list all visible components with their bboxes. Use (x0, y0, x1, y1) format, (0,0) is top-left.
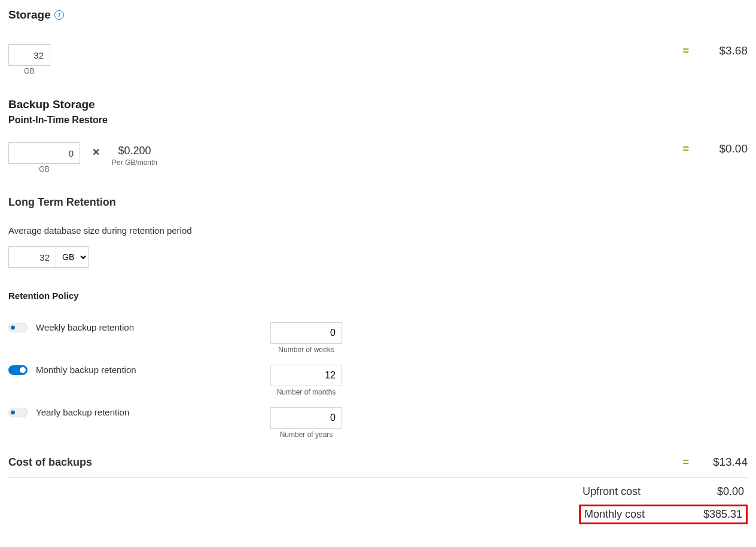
ltr-heading: Long Term Retention (8, 196, 748, 209)
pitr-input-block: GB (8, 142, 80, 173)
divider (8, 477, 748, 478)
weekly-retention-label: Weekly backup retention (36, 322, 134, 332)
equals-sign: = (682, 45, 689, 56)
monthly-retention-caption: Number of months (277, 388, 336, 396)
equals-sign: = (682, 143, 689, 154)
storage-input[interactable] (8, 44, 50, 66)
storage-input-block: GB (8, 44, 50, 75)
avg-db-size-group: GB (8, 246, 89, 268)
retention-policy-heading: Retention Policy (8, 291, 748, 301)
info-icon[interactable]: i (54, 10, 64, 20)
cost-of-backups-value: $13.44 (706, 456, 748, 469)
weekly-retention-toggle[interactable] (8, 323, 28, 332)
multiply-icon: ✕ (92, 142, 100, 158)
backup-storage-title: Backup Storage (8, 98, 95, 111)
equals-sign: = (682, 457, 689, 467)
pitr-cost: $0.00 (706, 142, 748, 155)
storage-heading: Storage i (8, 8, 64, 22)
monthly-retention-label: Monthly backup retention (36, 365, 136, 375)
upfront-cost-label: Upfront cost (583, 485, 641, 498)
pitr-price-caption: Per GB/month (112, 158, 157, 167)
backup-storage-heading: Backup Storage (8, 98, 95, 111)
cost-of-backups-heading: Cost of backups (8, 456, 92, 469)
monthly-retention-input[interactable] (270, 365, 342, 386)
monthly-cost-value: $385.31 (703, 508, 742, 521)
monthly-retention-toggle[interactable] (8, 365, 28, 375)
avg-db-size-unit-select[interactable]: GB (56, 246, 89, 268)
pitr-input[interactable] (8, 142, 80, 164)
yearly-retention-input[interactable] (270, 407, 342, 429)
upfront-cost-value: $0.00 (717, 485, 744, 498)
yearly-retention-label: Yearly backup retention (36, 407, 129, 417)
weekly-retention-caption: Number of weeks (278, 346, 334, 354)
avg-db-size-input[interactable] (8, 246, 56, 268)
yearly-retention-caption: Number of years (280, 430, 333, 439)
pitr-price-block: $0.200 Per GB/month (112, 142, 157, 167)
storage-unit: GB (24, 67, 34, 75)
monthly-cost-row: Monthly cost $385.31 (579, 505, 748, 524)
pitr-subtitle: Point-In-Time Restore (8, 115, 748, 126)
weekly-retention-input[interactable] (270, 322, 342, 344)
monthly-cost-label: Monthly cost (584, 508, 645, 521)
yearly-retention-toggle[interactable] (8, 408, 28, 417)
avg-db-size-label: Average database size during retention p… (8, 225, 748, 236)
storage-cost: $3.68 (706, 44, 748, 57)
storage-title: Storage (8, 8, 51, 22)
pitr-unit: GB (39, 165, 49, 173)
pitr-price: $0.200 (112, 142, 157, 157)
upfront-cost-row: Upfront cost $0.00 (579, 484, 748, 500)
